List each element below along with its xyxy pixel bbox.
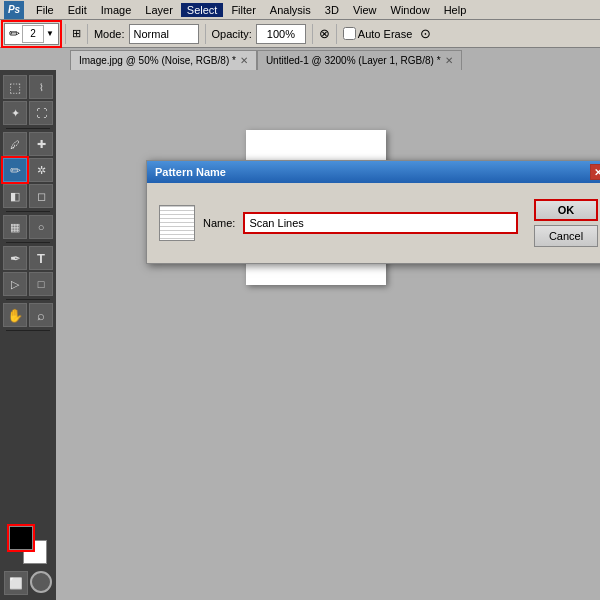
mode-label: Mode: bbox=[94, 28, 125, 40]
mode-dropdown-wrap[interactable]: Normal bbox=[129, 24, 199, 44]
opacity-label: Opacity: bbox=[212, 28, 252, 40]
ellipse-btn[interactable] bbox=[30, 571, 52, 593]
zoom-tool[interactable]: ⌕ bbox=[29, 303, 53, 327]
name-label: Name: bbox=[203, 217, 235, 229]
tab-untitled-1-label: Untitled-1 @ 3200% (Layer 1, RGB/8) * bbox=[266, 55, 441, 66]
tool-group-9: ✋ ⌕ bbox=[0, 302, 56, 328]
separator-4 bbox=[312, 24, 313, 44]
tool-group-3: 🖊 ✚ bbox=[0, 131, 56, 157]
menu-window[interactable]: Window bbox=[385, 3, 436, 17]
brush-size-display: 2 bbox=[22, 25, 44, 43]
dialog-titlebar: Pattern Name ✕ bbox=[147, 161, 600, 183]
ps-logo: Ps bbox=[4, 1, 24, 19]
menu-image[interactable]: Image bbox=[95, 3, 138, 17]
tool-preset-picker[interactable]: ✏ 2 ▼ bbox=[4, 23, 59, 45]
menubar: Ps File Edit Image Layer Select Filter A… bbox=[0, 0, 600, 20]
menu-filter[interactable]: Filter bbox=[225, 3, 261, 17]
divider-4 bbox=[6, 299, 50, 300]
tool-group-8: ▷ □ bbox=[0, 271, 56, 297]
name-input[interactable] bbox=[243, 212, 518, 234]
path-select-tool[interactable]: ▷ bbox=[3, 272, 27, 296]
tab-image-jpg[interactable]: Image.jpg @ 50% (Noise, RGB/8) * ✕ bbox=[70, 50, 257, 70]
auto-erase-wrap: Auto Erase bbox=[343, 27, 412, 40]
menu-analysis[interactable]: Analysis bbox=[264, 3, 317, 17]
tool-group-2: ✦ ⛶ bbox=[0, 100, 56, 126]
flow-icon: ⊗ bbox=[319, 26, 330, 41]
tool-group-5: ◧ ◻ bbox=[0, 183, 56, 209]
eraser-tool[interactable]: ◻ bbox=[29, 184, 53, 208]
tab-untitled-1-close[interactable]: ✕ bbox=[445, 56, 453, 66]
mode-dropdown[interactable]: Normal bbox=[129, 24, 199, 44]
menu-help[interactable]: Help bbox=[438, 3, 473, 17]
main-area: ⬚ ⌇ ✦ ⛶ 🖊 ✚ ✏ ✲ ◧ ◻ ▦ ○ bbox=[0, 70, 600, 600]
pattern-preview bbox=[159, 205, 195, 241]
healing-tool[interactable]: ✚ bbox=[29, 132, 53, 156]
crop-tool[interactable]: ⛶ bbox=[29, 101, 53, 125]
eyedropper-tool[interactable]: 🖊 bbox=[3, 132, 27, 156]
menu-file[interactable]: File bbox=[30, 3, 60, 17]
color-swatches bbox=[9, 522, 47, 568]
canvas-area: Pattern Name ✕ Name: OK Cancel bbox=[56, 70, 600, 600]
menu-select[interactable]: Select bbox=[181, 3, 224, 17]
pen-tool[interactable]: ✒ bbox=[3, 246, 27, 270]
tablet-icon: ⊞ bbox=[72, 27, 81, 40]
divider-2 bbox=[6, 211, 50, 212]
hand-tool[interactable]: ✋ bbox=[3, 303, 27, 327]
ok-button[interactable]: OK bbox=[534, 199, 598, 221]
menu-view[interactable]: View bbox=[347, 3, 383, 17]
swatch-container bbox=[9, 526, 47, 564]
separator-2 bbox=[87, 24, 88, 44]
marquee-tool[interactable]: ⬚ bbox=[3, 75, 27, 99]
shape-tool[interactable]: □ bbox=[29, 272, 53, 296]
quick-select-tool[interactable]: ✦ bbox=[3, 101, 27, 125]
separator-5 bbox=[336, 24, 337, 44]
pattern-name-dialog[interactable]: Pattern Name ✕ Name: OK Cancel bbox=[146, 160, 600, 264]
divider-3 bbox=[6, 242, 50, 243]
tool-group-7: ✒ T bbox=[0, 245, 56, 271]
lasso-tool[interactable]: ⌇ bbox=[29, 75, 53, 99]
gradient-tool[interactable]: ▦ bbox=[3, 215, 27, 239]
tool-group-4: ✏ ✲ bbox=[0, 157, 56, 183]
dialog-name-row: Name: OK Cancel bbox=[159, 199, 598, 247]
clone-tool[interactable]: ✲ bbox=[29, 158, 53, 182]
separator-1 bbox=[65, 24, 66, 44]
tab-image-jpg-close[interactable]: ✕ bbox=[240, 56, 248, 66]
tool-group-1: ⬚ ⌇ bbox=[0, 74, 56, 100]
dialog-close-button[interactable]: ✕ bbox=[590, 164, 600, 180]
type-tool[interactable]: T bbox=[29, 246, 53, 270]
dialog-buttons: OK Cancel bbox=[534, 199, 598, 247]
dialog-body: Name: OK Cancel bbox=[147, 183, 600, 263]
chevron-down-icon: ▼ bbox=[46, 29, 54, 38]
menu-layer[interactable]: Layer bbox=[139, 3, 179, 17]
tab-bar: Image.jpg @ 50% (Noise, RGB/8) * ✕ Untit… bbox=[0, 48, 600, 70]
options-bar: ✏ 2 ▼ ⊞ Mode: Normal Opacity: ⊗ Auto Era… bbox=[0, 20, 600, 48]
tool-group-6: ▦ ○ bbox=[0, 214, 56, 240]
brush-tool-icon: ✏ bbox=[9, 26, 20, 41]
tab-image-jpg-label: Image.jpg @ 50% (Noise, RGB/8) * bbox=[79, 55, 236, 66]
auto-erase-label: Auto Erase bbox=[358, 28, 412, 40]
tab-untitled-1[interactable]: Untitled-1 @ 3200% (Layer 1, RGB/8) * ✕ bbox=[257, 50, 462, 70]
menu-edit[interactable]: Edit bbox=[62, 3, 93, 17]
dodge-tool[interactable]: ○ bbox=[29, 215, 53, 239]
fg-color-swatch[interactable] bbox=[9, 526, 33, 550]
toolbar: ⬚ ⌇ ✦ ⛶ 🖊 ✚ ✏ ✲ ◧ ◻ ▦ ○ bbox=[0, 70, 56, 600]
separator-3 bbox=[205, 24, 206, 44]
history-tool[interactable]: ◧ bbox=[3, 184, 27, 208]
menu-3d[interactable]: 3D bbox=[319, 3, 345, 17]
quick-mask-btn[interactable]: ⬜ bbox=[4, 571, 28, 595]
dialog-title: Pattern Name bbox=[155, 166, 226, 178]
brush-tool[interactable]: ✏ bbox=[3, 158, 27, 182]
divider-1 bbox=[6, 128, 50, 129]
divider-5 bbox=[6, 330, 50, 331]
pressure-icon: ⊙ bbox=[420, 26, 431, 41]
auto-erase-checkbox[interactable] bbox=[343, 27, 356, 40]
tool-group-bottom: ⬜ bbox=[0, 570, 56, 596]
opacity-input[interactable] bbox=[256, 24, 306, 44]
cancel-button[interactable]: Cancel bbox=[534, 225, 598, 247]
